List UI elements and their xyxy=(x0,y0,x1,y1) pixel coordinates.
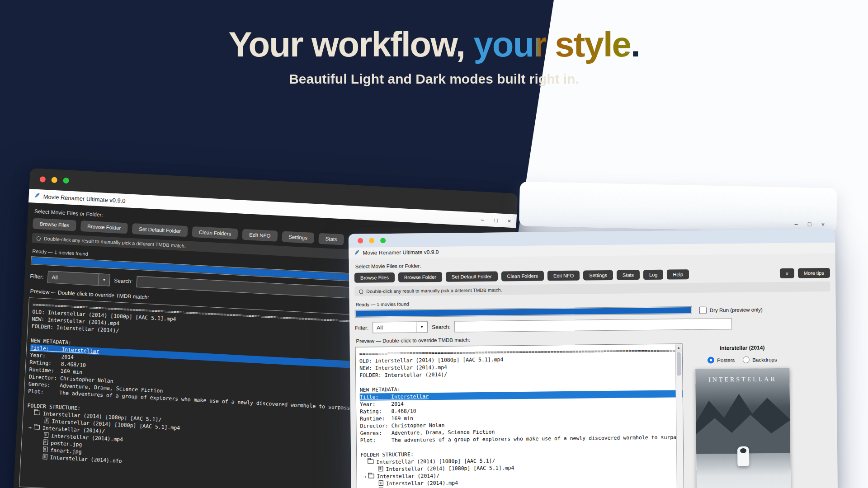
toolbar-button-clean-folders[interactable]: Clean Folders xyxy=(501,271,544,281)
toolbar-button-set-default-folder[interactable]: Set Default Folder xyxy=(446,272,498,282)
toolbar-button-edit-nfo[interactable]: Edit NFO xyxy=(547,271,580,281)
tip-text: Double-click any result to manually pick… xyxy=(366,287,502,294)
hero-text-block: Your workflow, yourstyle. Beautiful Ligh… xyxy=(0,26,868,87)
preview-label: Preview — Double-click to override TMDB … xyxy=(356,333,830,344)
search-input[interactable] xyxy=(454,318,732,332)
maximize-button[interactable]: □ xyxy=(494,216,498,223)
mac-minimize-icon[interactable] xyxy=(369,238,374,243)
minimize-button[interactable]: – xyxy=(481,216,484,223)
lightbulb-icon xyxy=(359,289,363,293)
window-controls: – □ × xyxy=(481,216,511,224)
search-label: Search: xyxy=(114,277,133,285)
hero-section: Your workflow, yourstyle. Beautiful Ligh… xyxy=(0,0,868,488)
toolbar-button-edit-nfo[interactable]: Edit NFO xyxy=(242,229,278,242)
toolbar-button-browse-folder[interactable]: Browse Folder xyxy=(80,221,128,234)
filter-dropdown[interactable]: All ▼ xyxy=(373,321,428,333)
more-tips-button[interactable]: More tips xyxy=(798,268,830,278)
radio-selected-icon xyxy=(708,357,714,364)
search-label: Search: xyxy=(432,324,451,330)
artwork-radios: Posters Backdrops xyxy=(708,356,777,364)
filter-dropdown[interactable]: All ▼ xyxy=(47,271,110,286)
tip-dismiss-button[interactable]: x xyxy=(780,268,794,278)
mac-close-icon[interactable] xyxy=(39,176,46,183)
file-name: Interstellar (2014) [1080p] [AAC 5.1]/ xyxy=(376,458,495,465)
toolbar-button-stats[interactable]: Stats xyxy=(318,233,344,245)
mac-minimize-icon[interactable] xyxy=(51,177,57,183)
window-title: Movie Renamer Ultimate v0.9.0 xyxy=(363,249,439,256)
progress-row: Dry Run (preview only) xyxy=(355,305,830,318)
folder-icon xyxy=(34,425,40,430)
tip-text: Double-click any result to manually pick… xyxy=(44,236,186,249)
dry-run-toggle[interactable]: Dry Run (preview only) xyxy=(699,306,763,314)
toolbar-button-log[interactable]: Log xyxy=(643,270,664,280)
preview-area: ========================================… xyxy=(355,342,833,488)
maximize-button[interactable]: □ xyxy=(808,221,811,227)
toolbar-button-browse-files[interactable]: Browse Files xyxy=(33,218,76,231)
file-icon xyxy=(42,454,47,460)
minimize-button[interactable]: – xyxy=(794,221,798,227)
mac-close-icon[interactable] xyxy=(358,238,363,244)
dry-run-checkbox[interactable] xyxy=(699,306,707,314)
progress-bar xyxy=(355,306,692,318)
posters-radio-label: Posters xyxy=(717,357,735,363)
title-word-your: your xyxy=(473,24,546,64)
file-icon xyxy=(378,466,383,471)
chevron-down-icon: ▼ xyxy=(98,274,110,286)
arrow-icon: → xyxy=(28,424,32,431)
file-name: Interstellar (2014).mp4 xyxy=(386,479,458,487)
app-feather-icon xyxy=(354,249,359,257)
toolbar-buttons: Browse FilesBrowse FolderSet Default Fol… xyxy=(354,269,689,283)
preview-pane[interactable]: ========================================… xyxy=(19,297,400,488)
toolbar-button-browse-folder[interactable]: Browse Folder xyxy=(398,272,442,282)
folder-icon xyxy=(368,459,373,464)
toolbar-button-stats[interactable]: Stats xyxy=(617,270,640,280)
astronaut-helmet xyxy=(740,448,746,453)
window-controls: – □ × xyxy=(794,221,825,228)
scrollbar-thumb[interactable] xyxy=(677,352,681,375)
filter-value: All xyxy=(377,324,382,331)
poster-caption: Interstellar (2014) xyxy=(720,344,765,351)
title-part-workflow: Your workflow, xyxy=(228,24,473,64)
page-title: Your workflow, yourstyle. xyxy=(0,26,868,63)
toolbar-button-settings[interactable]: Settings xyxy=(583,270,613,281)
mac-zoom-icon[interactable] xyxy=(380,238,386,243)
arrow-icon: → xyxy=(363,474,366,480)
poster-panel: Interstellar (2014) Posters Backdrops IN… xyxy=(694,343,792,488)
toolbar-button-clean-folders[interactable]: Clean Folders xyxy=(192,226,238,239)
toolbar-button-set-default-folder[interactable]: Set Default Folder xyxy=(132,223,188,237)
preview-lines: ========================================… xyxy=(356,344,684,488)
preview-lines: ========================================… xyxy=(21,298,400,481)
poster-title: INTERSTELLAR xyxy=(695,375,789,384)
file-icon xyxy=(379,480,383,486)
app-feather-icon xyxy=(34,192,40,201)
posters-radio[interactable]: Posters xyxy=(708,357,735,364)
toolbar-button-settings[interactable]: Settings xyxy=(282,231,315,244)
file-name: Interstellar (2014)/ xyxy=(377,473,439,479)
folder-icon xyxy=(34,410,40,415)
window-light-mode: Movie Renamer Ultimate v0.9.0 Select Mov… xyxy=(349,229,838,488)
window-title: Movie Renamer Ultimate v0.9.0 xyxy=(43,193,126,204)
progress-fill xyxy=(356,307,691,317)
file-icon xyxy=(43,446,48,452)
scroll-up-icon[interactable]: ▲ xyxy=(676,344,682,351)
toolbar-button-browse-files[interactable]: Browse Files xyxy=(354,272,395,283)
radio-unselected-icon xyxy=(743,357,750,363)
close-button[interactable]: × xyxy=(507,217,511,224)
filter-label: Filter: xyxy=(30,273,44,280)
filter-row: Filter: All ▼ Search: xyxy=(355,317,830,333)
mac-zoom-icon[interactable] xyxy=(63,177,69,183)
lightbulb-icon xyxy=(37,236,41,240)
backdrops-radio[interactable]: Backdrops xyxy=(743,356,777,363)
file-name: Interstellar (2014) [1080p] [AAC 5.1].mp… xyxy=(386,465,514,472)
background-window-card: – □ × xyxy=(519,182,837,233)
close-button[interactable]: × xyxy=(821,221,825,228)
file-icon xyxy=(43,439,48,445)
toolbar-button-help[interactable]: Help xyxy=(667,269,689,280)
app-content: Select Movie Files or Folder: Browse Fil… xyxy=(349,253,838,488)
file-icon xyxy=(44,432,49,438)
backdrops-radio-label: Backdrops xyxy=(752,357,777,363)
preview-pane[interactable]: ========================================… xyxy=(355,343,684,488)
title-word-style: style xyxy=(555,24,631,64)
toolbar-right: x More tips xyxy=(780,268,830,278)
title-period: . xyxy=(631,24,640,64)
